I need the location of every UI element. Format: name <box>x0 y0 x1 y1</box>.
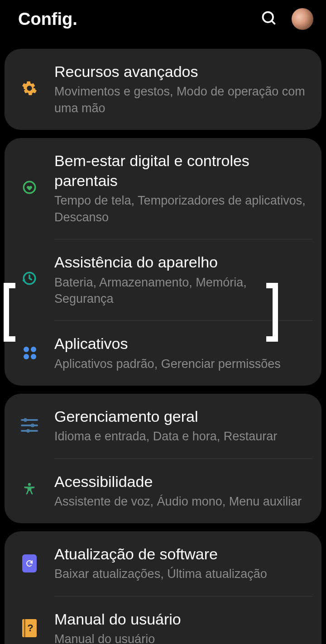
manual-icon: ? <box>5 606 54 637</box>
item-digital-wellbeing[interactable]: Bem-estar digital e controles parentais … <box>5 138 321 239</box>
item-software-update[interactable]: Atualização de software Baixar atualizaç… <box>5 531 321 596</box>
item-accessibility[interactable]: Acessibilidade Assistente de voz, Áudio … <box>5 458 321 524</box>
svg-point-0 <box>263 12 273 23</box>
update-icon <box>5 554 54 572</box>
header-actions <box>261 8 313 30</box>
item-title: Manual do usuário <box>54 609 308 629</box>
item-subtitle: Baixar atualizações, Última atualização <box>54 566 308 582</box>
item-title: Acessibilidade <box>54 472 308 491</box>
settings-group: Atualização de software Baixar atualizaç… <box>5 531 321 644</box>
svg-line-1 <box>272 21 275 24</box>
item-advanced-features[interactable]: Recursos avançados Movimentos e gestos, … <box>5 49 321 130</box>
heart-circle-icon <box>5 180 54 197</box>
accessibility-icon <box>5 469 54 499</box>
item-title: Gerenciamento geral <box>54 406 308 426</box>
item-subtitle: Idioma e entrada, Data e hora, Restaurar <box>54 428 308 444</box>
item-subtitle: Movimentos e gestos, Modo de operação co… <box>54 83 308 116</box>
item-user-manual[interactable]: ? Manual do usuário Manual do usuário <box>5 596 321 644</box>
settings-group: Gerenciamento geral Idioma e entrada, Da… <box>5 394 321 523</box>
gear-icon <box>5 81 54 98</box>
item-title: Recursos avançados <box>54 62 308 81</box>
item-general-management[interactable]: Gerenciamento geral Idioma e entrada, Da… <box>5 394 321 458</box>
header: Config. <box>0 0 326 41</box>
highlight-bracket-right <box>266 283 278 342</box>
settings-group: Recursos avançados Movimentos e gestos, … <box>5 49 321 130</box>
item-subtitle: Manual do usuário <box>54 631 308 644</box>
highlight-bracket-left <box>4 283 15 342</box>
svg-point-2 <box>28 86 31 90</box>
page-title: Config. <box>18 10 77 29</box>
avatar[interactable] <box>292 8 313 30</box>
item-subtitle: Assistente de voz, Áudio mono, Menu auxi… <box>54 493 308 510</box>
settings-group: Bem-estar digital e controles parentais … <box>5 138 321 386</box>
sliders-icon <box>5 419 54 432</box>
search-icon[interactable] <box>261 10 277 28</box>
item-subtitle: Aplicativos padrão, Gerenciar permissões <box>54 356 308 372</box>
item-title: Bem-estar digital e controles parentais <box>54 151 308 191</box>
svg-point-5 <box>28 483 31 486</box>
item-subtitle: Tempo de tela, Temporizadores de aplicat… <box>54 192 308 225</box>
item-title: Assistência do aparelho <box>54 252 308 272</box>
item-title: Atualização de software <box>54 544 308 564</box>
